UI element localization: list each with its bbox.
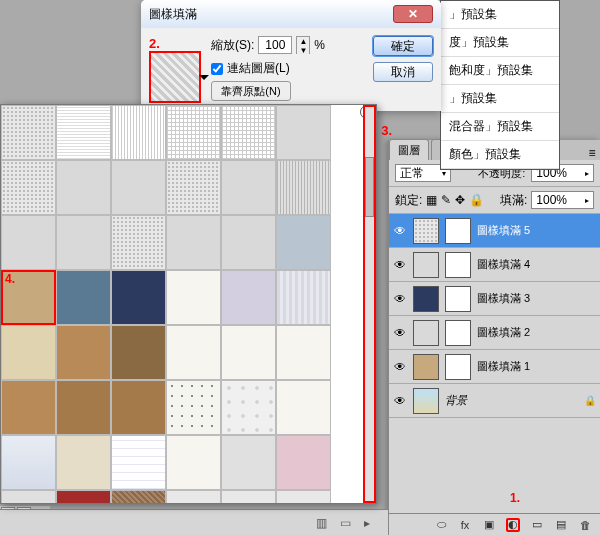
pattern-thumb[interactable] — [111, 160, 166, 215]
pattern-thumb[interactable] — [276, 435, 331, 490]
layer-row[interactable]: 👁 圖樣填滿 2 — [389, 316, 600, 350]
lock-pixels-icon[interactable]: ✎ — [441, 193, 451, 207]
pattern-thumb[interactable] — [166, 435, 221, 490]
pattern-thumb[interactable] — [276, 490, 331, 503]
trash-icon[interactable]: 🗑 — [578, 518, 592, 532]
pattern-thumb[interactable] — [166, 160, 221, 215]
mask-thumb[interactable] — [445, 354, 471, 380]
layer-row[interactable]: 👁 背景 🔒 — [389, 384, 600, 418]
scale-input[interactable] — [258, 36, 292, 54]
layer-thumb[interactable] — [413, 354, 439, 380]
pattern-thumb[interactable] — [111, 215, 166, 270]
cancel-button[interactable]: 取消 — [373, 62, 433, 82]
mask-thumb[interactable] — [445, 286, 471, 312]
pattern-thumb[interactable] — [56, 435, 111, 490]
visibility-icon[interactable]: 👁 — [393, 258, 407, 272]
pattern-thumb[interactable] — [56, 270, 111, 325]
layer-row[interactable]: 👁 圖樣填滿 5 — [389, 214, 600, 248]
lock-all-icon[interactable]: 🔒 — [469, 193, 484, 207]
pattern-thumb[interactable] — [56, 490, 111, 503]
pattern-thumb[interactable] — [56, 215, 111, 270]
pattern-thumb[interactable] — [166, 325, 221, 380]
pattern-thumb[interactable] — [276, 215, 331, 270]
pattern-thumb[interactable] — [56, 325, 111, 380]
pattern-thumb[interactable] — [276, 160, 331, 215]
visibility-icon[interactable]: 👁 — [393, 224, 407, 238]
doc-screen-icon[interactable]: ▭ — [340, 516, 354, 530]
pattern-thumb[interactable] — [276, 105, 331, 160]
pattern-thumb[interactable] — [221, 105, 276, 160]
preset-item[interactable]: 混合器」預設集 — [441, 113, 559, 141]
pattern-thumb[interactable] — [166, 380, 221, 435]
preset-item[interactable]: 飽和度」預設集 — [441, 57, 559, 85]
pattern-thumb-selected[interactable]: 4. — [1, 270, 56, 325]
pattern-thumb[interactable] — [1, 380, 56, 435]
pattern-thumb[interactable] — [1, 105, 56, 160]
preset-item[interactable]: 顏色」預設集 — [441, 141, 559, 169]
pattern-thumb[interactable] — [221, 325, 276, 380]
mask-icon[interactable]: ▣ — [482, 518, 496, 532]
pattern-thumb[interactable] — [111, 490, 166, 503]
snap-origin-button[interactable]: 靠齊原點(N) — [211, 81, 291, 101]
layer-thumb[interactable] — [413, 286, 439, 312]
layer-thumb[interactable] — [413, 388, 439, 414]
doc-menu-icon[interactable]: ▸ — [364, 516, 378, 530]
group-icon[interactable]: ▭ — [530, 518, 544, 532]
scale-spinner[interactable]: ▲▼ — [296, 36, 310, 54]
pattern-swatch[interactable] — [149, 51, 201, 103]
pattern-thumb[interactable] — [111, 435, 166, 490]
mask-thumb[interactable] — [445, 218, 471, 244]
doc-arrange-icon[interactable]: ▥ — [316, 516, 330, 530]
lock-position-icon[interactable]: ✥ — [455, 193, 465, 207]
lock-transparency-icon[interactable]: ▦ — [426, 193, 437, 207]
pattern-thumb[interactable] — [276, 380, 331, 435]
pattern-thumb[interactable] — [166, 105, 221, 160]
pattern-thumb[interactable] — [56, 160, 111, 215]
link-layers-icon[interactable]: ⬭ — [434, 518, 448, 532]
visibility-icon[interactable]: 👁 — [393, 360, 407, 374]
mask-thumb[interactable] — [445, 252, 471, 278]
pattern-thumb[interactable] — [1, 325, 56, 380]
scrollbar-thumb[interactable] — [365, 157, 374, 217]
layer-row[interactable]: 👁 圖樣填滿 3 — [389, 282, 600, 316]
layer-thumb[interactable] — [413, 218, 439, 244]
pattern-thumb[interactable] — [221, 380, 276, 435]
layer-thumb[interactable] — [413, 320, 439, 346]
fill-input[interactable]: 100%▸ — [531, 191, 594, 209]
new-layer-icon[interactable]: ▤ — [554, 518, 568, 532]
chevron-down-icon[interactable] — [199, 75, 209, 80]
preset-item[interactable]: 」預設集 — [441, 85, 559, 113]
mask-thumb[interactable] — [445, 320, 471, 346]
pattern-thumb[interactable] — [1, 435, 56, 490]
link-layer-checkbox[interactable] — [211, 63, 223, 75]
pattern-thumb[interactable] — [221, 215, 276, 270]
pattern-thumb[interactable] — [221, 160, 276, 215]
pattern-thumb[interactable] — [111, 105, 166, 160]
layer-row[interactable]: 👁 圖樣填滿 1 — [389, 350, 600, 384]
pattern-thumb[interactable] — [1, 160, 56, 215]
visibility-icon[interactable]: 👁 — [393, 292, 407, 306]
ok-button[interactable]: 確定 — [373, 36, 433, 56]
pattern-thumb[interactable] — [1, 490, 56, 503]
picker-scrollbar[interactable] — [363, 105, 376, 503]
pattern-thumb[interactable] — [276, 270, 331, 325]
preset-item[interactable]: 度」預設集 — [441, 29, 559, 57]
layer-thumb[interactable] — [413, 252, 439, 278]
pattern-thumb[interactable] — [56, 105, 111, 160]
pattern-thumb[interactable] — [56, 380, 111, 435]
dialog-titlebar[interactable]: 圖樣填滿 ✕ — [141, 0, 441, 28]
pattern-thumb[interactable] — [221, 435, 276, 490]
pattern-thumb[interactable] — [111, 325, 166, 380]
tab-layers[interactable]: 圖層 — [389, 139, 429, 160]
adjustment-layer-icon[interactable]: ◐ — [506, 518, 520, 532]
pattern-thumb[interactable] — [166, 215, 221, 270]
pattern-thumb[interactable] — [221, 490, 276, 503]
pattern-thumb[interactable] — [166, 490, 221, 503]
pattern-thumb[interactable] — [276, 325, 331, 380]
pattern-thumb[interactable] — [111, 380, 166, 435]
panel-menu-icon[interactable]: ≡ — [584, 146, 600, 160]
visibility-icon[interactable]: 👁 — [393, 326, 407, 340]
visibility-icon[interactable]: 👁 — [393, 394, 407, 408]
pattern-thumb[interactable] — [166, 270, 221, 325]
fx-icon[interactable]: fx — [458, 518, 472, 532]
